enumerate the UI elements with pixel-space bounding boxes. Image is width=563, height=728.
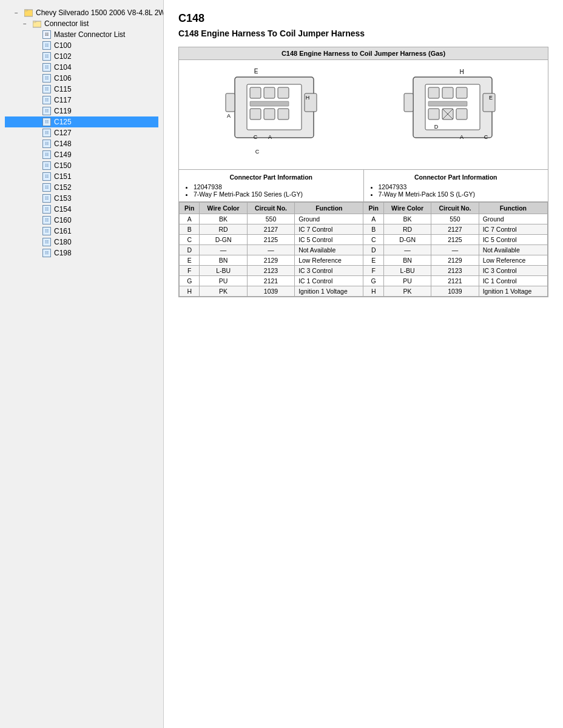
sidebar-item-c154[interactable]: ☷ C154 bbox=[5, 204, 158, 215]
no-expand-icon bbox=[33, 163, 41, 169]
svg-text:H: H bbox=[306, 95, 310, 101]
sidebar-item-c149[interactable]: ☷ C149 bbox=[5, 149, 158, 160]
sidebar-item-c160[interactable]: ☷ C160 bbox=[5, 215, 158, 226]
sidebar-item-c198[interactable]: ☷ C198 bbox=[5, 248, 158, 258]
no-expand-icon bbox=[33, 239, 41, 246]
color-r: D-GN bbox=[383, 235, 431, 245]
sidebar-item-label: C115 bbox=[54, 85, 72, 93]
th-circuit-l: Circuit No. bbox=[247, 203, 294, 214]
func-r: IC 7 Control bbox=[479, 224, 547, 235]
circuit-l: 2123 bbox=[247, 266, 294, 276]
svg-text:E: E bbox=[254, 68, 258, 75]
pin-r: E bbox=[363, 255, 383, 266]
no-expand-icon bbox=[33, 206, 41, 213]
color-l: BK bbox=[200, 214, 247, 224]
right-connector-drawing: H E D A C bbox=[395, 66, 510, 163]
circuit-r: 2129 bbox=[431, 255, 479, 266]
connector-list-node[interactable]: − Connector list bbox=[5, 18, 158, 29]
table-row: B RD 2127 IC 7 Control B RD 2127 IC 7 Co… bbox=[180, 224, 548, 235]
connector-icon: ☷ bbox=[41, 215, 52, 225]
collapse-icon: − bbox=[15, 10, 23, 16]
no-expand-icon bbox=[33, 97, 41, 104]
sidebar-item-c106[interactable]: ☷ C106 bbox=[5, 73, 158, 84]
no-expand-icon bbox=[33, 217, 41, 224]
tree-root-node[interactable]: − Chevy Silverado 1500 2006 V8-4.8L 2WD bbox=[5, 7, 158, 18]
circuit-l: — bbox=[247, 245, 294, 255]
female-connector-svg: E bbox=[217, 66, 332, 163]
sidebar-item-c161[interactable]: ☷ C161 bbox=[5, 226, 158, 237]
sidebar-item-c148[interactable]: ☷ C148 bbox=[5, 138, 158, 149]
func-r: IC 5 Control bbox=[479, 235, 547, 245]
sidebar-item-c119[interactable]: ☷ C119 bbox=[5, 106, 158, 116]
color-r: PK bbox=[383, 286, 431, 297]
func-l: IC 3 Control bbox=[295, 266, 363, 276]
connector-icon: ☷ bbox=[41, 52, 52, 61]
svg-rect-3 bbox=[33, 21, 36, 22]
th-function-l: Function bbox=[295, 203, 363, 214]
circuit-l: 2121 bbox=[247, 276, 294, 286]
connector-icon: ☷ bbox=[41, 204, 52, 214]
svg-rect-26 bbox=[428, 101, 467, 106]
func-l: Not Available bbox=[295, 245, 363, 255]
func-r: Low Reference bbox=[479, 255, 547, 266]
no-expand-icon bbox=[33, 141, 41, 147]
svg-rect-8 bbox=[264, 87, 275, 98]
left-part-label: Connector Part Information bbox=[184, 174, 359, 181]
svg-text:E: E bbox=[489, 95, 493, 101]
table-row: G PU 2121 IC 1 Control G PU 2121 IC 1 Co… bbox=[180, 276, 548, 286]
sidebar-item-c100[interactable]: ☷ C100 bbox=[5, 40, 158, 51]
sidebar-item-label: C180 bbox=[54, 238, 72, 246]
diagram-header: C148 Engine Harness to Coil Jumper Harne… bbox=[179, 47, 548, 60]
func-r: IC 3 Control bbox=[479, 266, 547, 276]
sidebar-item-c153[interactable]: ☷ C153 bbox=[5, 193, 158, 204]
sidebar-item-c180[interactable]: ☷ C180 bbox=[5, 237, 158, 248]
diagram-images-row: E bbox=[179, 60, 548, 170]
no-expand-icon bbox=[33, 86, 41, 93]
svg-rect-14 bbox=[226, 93, 235, 112]
pin-r: B bbox=[363, 224, 383, 235]
color-l: PK bbox=[200, 286, 247, 297]
circuit-r: 550 bbox=[431, 214, 479, 224]
male-connector-svg: H E D A C bbox=[395, 66, 510, 163]
sidebar-item-c150[interactable]: ☷ C150 bbox=[5, 160, 158, 171]
sidebar-item-label: C160 bbox=[54, 216, 72, 224]
func-r: IC 1 Control bbox=[479, 276, 547, 286]
pin-l: F bbox=[180, 266, 200, 276]
table-row: F L-BU 2123 IC 3 Control F L-BU 2123 IC … bbox=[180, 266, 548, 276]
pin-r: H bbox=[363, 286, 383, 297]
connector-icon: ☷ bbox=[41, 194, 52, 203]
pin-table: Pin Wire Color Circuit No. Function Pin … bbox=[179, 202, 548, 297]
th-wirecolor-l: Wire Color bbox=[200, 203, 247, 214]
sidebar-item-c152[interactable]: ☷ C152 bbox=[5, 182, 158, 193]
diagram-images: E bbox=[179, 60, 548, 169]
sidebar-item-c102[interactable]: ☷ C102 bbox=[5, 51, 158, 62]
connector-icon: ☷ bbox=[41, 248, 52, 258]
th-pin-r: Pin bbox=[363, 203, 383, 214]
table-row: C D-GN 2125 IC 5 Control C D-GN 2125 IC … bbox=[180, 235, 548, 245]
no-expand-icon bbox=[33, 195, 41, 202]
svg-text:A: A bbox=[460, 134, 464, 140]
svg-text:A: A bbox=[227, 113, 231, 119]
connector-icon: ☷ bbox=[41, 183, 52, 192]
pin-l: D bbox=[180, 245, 200, 255]
main-content: C148 C148 Engine Harness To Coil Jumper … bbox=[164, 0, 563, 728]
svg-rect-9 bbox=[278, 87, 289, 98]
sidebar-item-c115[interactable]: ☷ C115 bbox=[5, 84, 158, 95]
sidebar-item-c151[interactable]: ☷ C151 bbox=[5, 171, 158, 182]
no-expand-icon bbox=[33, 184, 41, 191]
sidebar-item-c125[interactable]: ☷ C125 bbox=[5, 116, 158, 127]
no-expand-icon bbox=[33, 75, 41, 82]
sidebar-item-c127[interactable]: ☷ C127 bbox=[5, 127, 158, 138]
func-r: Not Available bbox=[479, 245, 547, 255]
color-r: RD bbox=[383, 224, 431, 235]
th-pin-l: Pin bbox=[180, 203, 200, 214]
connector-icon: ☷ bbox=[41, 106, 52, 116]
connector-icon: ☷ bbox=[41, 117, 52, 127]
master-connector-list-item[interactable]: ☷ Master Connector List bbox=[5, 29, 158, 40]
sidebar-item-label: C154 bbox=[54, 205, 72, 214]
connector-list-label: Connector list bbox=[44, 19, 89, 28]
sidebar-item-c104[interactable]: ☷ C104 bbox=[5, 62, 158, 73]
sidebar-item-c117[interactable]: ☷ C117 bbox=[5, 95, 158, 106]
no-expand-icon bbox=[33, 42, 41, 49]
circuit-r: 2123 bbox=[431, 266, 479, 276]
